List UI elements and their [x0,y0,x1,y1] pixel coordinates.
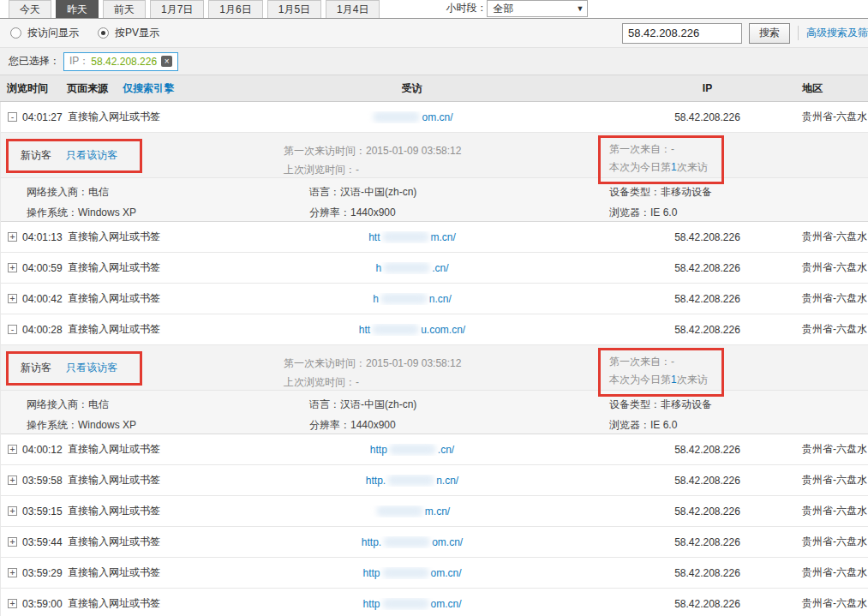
visit-ip: 58.42.208.226 [602,536,787,548]
browser-info: 浏览器：IE 6.0 [609,415,868,435]
table-row[interactable]: +04:00:42 直接输入网址或书签 hn.cn/ 58.42.208.226… [1,284,868,314]
visited-url-link[interactable]: http.n.cn/ [366,475,458,487]
resolution-info: 分辨率：1440x900 [309,202,584,223]
search-input[interactable] [622,23,742,44]
table-row[interactable]: -04:01:27 直接输入网址或书签 om.cn/ 58.42.208.226… [1,102,868,133]
visitor-detail-top: 新访客 只看该访客 第一次来访时间：2015-01-09 03:58:12 上次… [1,133,868,177]
isp-info: 网络接入商：电信 [27,182,284,202]
table-row[interactable]: +03:59:44 直接输入网址或书签 http.om.cn/ 58.42.20… [1,527,868,558]
visit-time: 04:00:12 [22,444,63,456]
visit-ip: 58.42.208.226 [602,231,787,243]
blurred-url-segment [376,505,423,517]
tab-jan4[interactable]: 1月4日 [326,0,380,18]
blurred-url-segment [382,598,429,609]
table-row[interactable]: +04:00:59 直接输入网址或书签 h.cn/ 58.42.208.226 … [1,253,868,284]
new-visitor-badge: 新访客 [21,149,51,161]
table-row[interactable]: +03:59:58 直接输入网址或书签 http.n.cn/ 58.42.208… [1,465,868,496]
visit-region: 贵州省-六盘水 [787,473,868,487]
visited-url-link[interactable]: http.om.cn/ [362,536,463,548]
visit-region: 贵州省-六盘水 [787,230,868,244]
visited-url-link[interactable]: httm.cn/ [368,231,456,243]
only-this-visitor-link[interactable]: 只看该访客 [66,149,117,161]
radio-by-visit-label: 按访问显示 [27,26,79,40]
tab-jan5[interactable]: 1月5日 [267,0,321,18]
hour-select[interactable]: 全部 ▼ [487,0,588,17]
visit-source: 直接输入网址或书签 [68,260,265,275]
expand-icon[interactable]: + [8,506,17,516]
blurred-url-segment [373,111,420,123]
visitor-detail-bottom: 网络接入商：电信 操作系统：Windows XP 语言：汉语-中国(zh-cn)… [1,177,868,221]
radio-by-visit[interactable] [10,27,21,39]
table-row[interactable]: -04:00:28 直接输入网址或书签 httu.com.cn/ 58.42.2… [1,314,868,345]
visit-ip: 58.42.208.226 [602,111,787,123]
table-row[interactable]: +03:59:00 直接输入网址或书签 httpom.cn/ 58.42.208… [1,589,868,616]
language-info: 语言：汉语-中国(zh-cn) [309,182,584,202]
os-info: 操作系统：Windows XP [27,202,284,223]
first-from: 第一次来自：- [609,353,708,371]
tab-day-before[interactable]: 前天 [103,0,146,18]
visit-region: 贵州省-六盘水 [787,504,868,518]
header-visited: 受访 [264,81,602,96]
os-info: 操作系统：Windows XP [27,415,284,435]
today-visit-count: 本次为今日第1次来访 [609,158,708,176]
advanced-search-link[interactable]: 高级搜索及筛选 [806,27,868,39]
tab-yesterday[interactable]: 昨天 [56,0,99,18]
visit-source: 直接输入网址或书签 [68,565,265,580]
visited-url-link[interactable]: http.cn/ [370,444,454,456]
blurred-url-segment [382,231,429,242]
table-row[interactable]: +04:01:13 直接输入网址或书签 httm.cn/ 58.42.208.2… [1,222,868,253]
visitor-log-page: 今天 昨天 前天 1月7日 1月6日 1月5日 1月4日 小时段： 全部 ▼ 按… [0,0,868,616]
ip-filter-chip: IP： 58.42.208.226 × [63,52,178,71]
expand-icon[interactable]: + [8,599,17,608]
tab-today[interactable]: 今天 [9,0,51,18]
visit-ip: 58.42.208.226 [602,567,787,579]
visited-url-link[interactable]: hn.cn/ [373,293,452,305]
visit-source: 直接输入网址或书签 [68,473,265,487]
tab-jan7[interactable]: 1月7日 [150,0,204,18]
today-visit-count: 本次为今日第1次来访 [609,371,708,389]
visited-url-link[interactable]: m.cn/ [374,505,450,517]
visit-region: 贵州省-六盘水 [787,110,868,124]
expand-icon[interactable]: + [8,445,17,454]
annotation-redbox-first-from: 第一次来自：- 本次为今日第1次来访 [598,348,724,397]
visited-url-link[interactable]: httpom.cn/ [362,567,461,579]
visitor-detail-top: 新访客 只看该访客 第一次来访时间：2015-01-09 03:58:12 上次… [1,345,868,390]
expand-icon[interactable]: + [8,537,17,547]
visited-url-link[interactable]: httu.com.cn/ [359,324,465,336]
only-this-visitor-link[interactable]: 只看该访客 [66,362,117,374]
visited-url-link[interactable]: h.cn/ [375,262,448,274]
expand-icon[interactable]: + [8,232,17,242]
hour-select-value: 全部 [493,1,513,16]
expand-icon[interactable]: + [8,568,17,577]
table-row[interactable]: +04:00:12 直接输入网址或书签 http.cn/ 58.42.208.2… [1,434,868,465]
visited-url-link[interactable]: httpom.cn/ [362,598,461,610]
device-type-info: 设备类型：非移动设备 [609,182,868,202]
visit-source: 直接输入网址或书签 [68,110,265,124]
expand-icon[interactable]: + [8,475,17,485]
visit-region: 贵州省-六盘水 [787,596,868,611]
radio-by-pv[interactable] [98,27,109,39]
visit-ip: 58.42.208.226 [602,444,787,456]
visit-region: 贵州省-六盘水 [787,442,868,457]
blurred-url-segment [387,475,434,486]
collapse-icon[interactable]: - [8,325,17,334]
blurred-url-segment [383,536,430,547]
close-icon[interactable]: × [161,56,172,67]
collapse-icon[interactable]: - [8,112,17,122]
header-search-engine-only-link[interactable]: 仅搜索引擎 [123,82,174,94]
hour-filter-label: 小时段： [446,1,487,15]
table-row[interactable]: +03:59:15 直接输入网址或书签 m.cn/ 58.42.208.226 … [1,496,868,527]
visit-time: 03:59:00 [22,598,63,610]
expand-icon[interactable]: + [8,263,17,272]
blurred-url-segment [380,293,428,304]
visit-time: 04:00:59 [22,262,63,274]
selected-filter-label: 您已选择： [9,54,60,69]
expand-icon[interactable]: + [8,294,17,303]
tab-jan6[interactable]: 1月6日 [208,0,262,18]
device-type-info: 设备类型：非移动设备 [609,394,868,415]
visited-url-link[interactable]: om.cn/ [371,111,452,123]
first-visit-time: 第一次来访时间：2015-01-09 03:58:12 [284,141,584,160]
table-row[interactable]: +03:59:29 直接输入网址或书签 httpom.cn/ 58.42.208… [1,558,868,589]
visit-source: 直接输入网址或书签 [68,230,265,244]
search-button[interactable]: 搜索 [749,23,790,44]
